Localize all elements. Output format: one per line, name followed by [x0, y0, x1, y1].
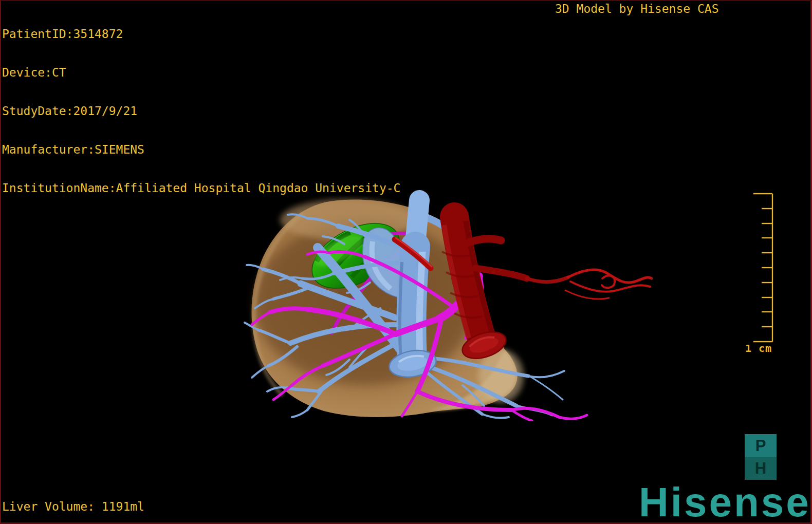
aorta-branch-right: [475, 268, 527, 278]
institution-line: InstitutionName:Affiliated Hospital Qing…: [2, 182, 400, 195]
cube-letter-h: H: [755, 460, 766, 476]
cube-bottom-half: H: [745, 457, 777, 480]
patient-id-line: PatientID:3514872: [2, 28, 400, 41]
study-date-line: StudyDate:2017/9/21: [2, 105, 400, 118]
hisense-logo: Hisense: [639, 482, 811, 523]
ph-cube-logo: P H: [745, 434, 777, 480]
cas-viewer-window: PatientID:3514872 Device:CT StudyDate:20…: [0, 0, 812, 524]
liver-3d-viewport[interactable]: [242, 190, 653, 421]
scale-ruler: [749, 191, 776, 345]
ruler-marks: [753, 194, 772, 342]
watermark-title: 3D Model by Hisense CAS: [555, 3, 719, 15]
patient-info-overlay: PatientID:3514872 Device:CT StudyDate:20…: [2, 2, 400, 220]
cube-letter-p: P: [755, 438, 766, 454]
cube-top-half: P: [745, 434, 777, 457]
ivc-highlight: [419, 252, 422, 357]
device-line: Device:CT: [2, 66, 400, 79]
aorta-branch-upper: [466, 239, 501, 244]
scale-label: 1 cm: [745, 342, 772, 354]
ivc-trunk: [411, 247, 415, 360]
manufacturer-line: Manufacturer:SIEMENS: [2, 143, 400, 156]
liver-volume-readout: Liver Volume: 1191ml: [2, 500, 144, 513]
artery-branch-thin: [527, 277, 568, 282]
bright-artery-branches: [565, 270, 652, 299]
aorta-vessel[interactable]: [442, 217, 652, 363]
